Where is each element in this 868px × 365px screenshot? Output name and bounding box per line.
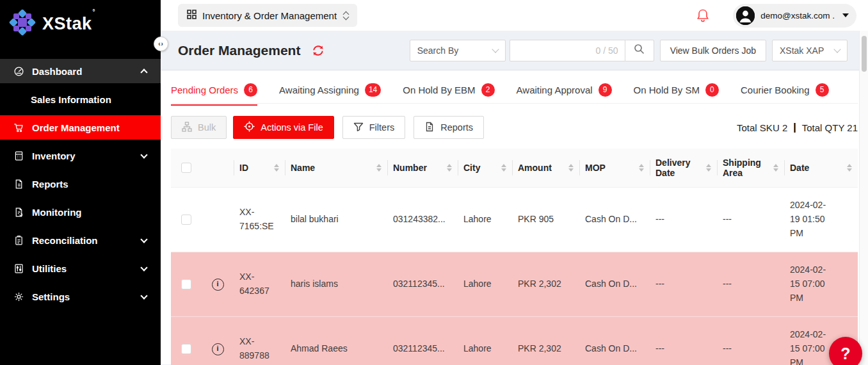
avatar [736, 6, 755, 25]
info-icon[interactable]: i [212, 279, 224, 291]
cell-id: XX-642367 [234, 252, 285, 316]
actions-via-file-button[interactable]: Actions via File [233, 116, 334, 139]
sort-icon[interactable] [635, 164, 644, 172]
column-label: MOP [585, 163, 606, 173]
view-bulk-orders-job-button[interactable]: View Bulk Orders Job [660, 40, 766, 61]
sidebar-item-label: Monitoring [32, 207, 81, 218]
sidebar-item-inventory[interactable]: Inventory [0, 143, 161, 168]
sort-icon[interactable] [565, 164, 574, 172]
tab-on-hold-by-ebm[interactable]: On Hold By EBM2 [403, 83, 494, 106]
tab-label: Pending Orders [171, 85, 238, 95]
column-header-amount[interactable]: Amount [512, 149, 579, 187]
column-header-delivery-date[interactable]: Delivery Date [650, 149, 717, 187]
sidebar-item-reports[interactable]: Reports [0, 172, 161, 196]
info-icon[interactable]: i [212, 343, 224, 355]
select-all-checkbox-cell [171, 149, 202, 187]
scrollbar-thumb[interactable] [862, 36, 867, 72]
column-header-shipping-area[interactable]: Shipping Area [717, 149, 784, 187]
sort-icon[interactable] [843, 164, 852, 172]
sidebar-item-reconciliation[interactable]: Reconciliation [0, 228, 161, 252]
filters-button[interactable]: Filters [342, 116, 405, 139]
sort-icon[interactable] [769, 164, 778, 172]
cell-id: XX-7165:SE [234, 188, 285, 252]
search-counter: 0 / 50 [596, 45, 618, 56]
search-by-select[interactable]: Search By [410, 40, 506, 61]
bulk-button[interactable]: Bulk [171, 116, 227, 139]
cell-date: 2024-02-15 07:00 PM [784, 252, 858, 316]
sidebar-item-monitoring[interactable]: Monitoring [0, 200, 161, 224]
column-header-name[interactable]: Name [285, 149, 387, 187]
cell-name: haris islams [285, 252, 387, 316]
table-body: XX-7165:SEbilal bukhari031243382...Lahor… [171, 188, 858, 365]
table-row: XX-7165:SEbilal bukhari031243382...Lahor… [171, 188, 858, 252]
xap-select[interactable]: XStak XAP [772, 40, 848, 61]
status-tabs: Pending Orders6Awaiting Assigning14On Ho… [171, 70, 858, 104]
row-checkbox[interactable] [181, 279, 191, 289]
utilities-icon [13, 263, 24, 274]
search-icon [634, 44, 645, 57]
filter-funnel-icon [353, 122, 364, 134]
sidebar-item-label: Order Management [32, 122, 120, 133]
sort-icon[interactable] [443, 164, 452, 172]
column-label: Name [291, 163, 315, 173]
up-down-chevron-icon [344, 12, 348, 19]
tab-pending-orders[interactable]: Pending Orders6 [171, 83, 257, 106]
column-header-date[interactable]: Date [784, 149, 858, 187]
cell-number: 032112345... [387, 317, 458, 365]
cell-delivery-date: --- [650, 317, 717, 365]
reconciliation-icon [13, 234, 24, 246]
cell-amount: PKR 2,302 [512, 317, 579, 365]
column-header-number[interactable]: Number [387, 149, 458, 187]
refresh-icon[interactable] [312, 44, 325, 57]
column-header-id[interactable]: ID [234, 149, 285, 187]
sidebar-item-label: Inventory [32, 150, 76, 161]
monitoring-icon [13, 206, 24, 218]
sidebar-item-label: Reconciliation [32, 235, 98, 246]
sort-icon[interactable] [373, 164, 382, 172]
sort-icon[interactable] [270, 164, 279, 172]
tab-awaiting-assigning[interactable]: Awaiting Assigning14 [279, 83, 381, 106]
search-button[interactable] [625, 40, 654, 61]
column-label: Shipping Area [723, 158, 769, 178]
sidebar-item-utilities[interactable]: Utilities [0, 256, 161, 280]
search-input-wrap: 0 / 50 [510, 40, 625, 61]
help-button[interactable]: ? [829, 337, 862, 365]
cell-city: Lahore [458, 188, 512, 252]
row-checkbox[interactable] [181, 215, 191, 225]
sidebar-collapse-toggle-icon[interactable]: ‹› [154, 36, 168, 51]
app-switcher-label: Inventory & Order Management [202, 10, 337, 21]
sidebar-item-label: Settings [32, 291, 70, 302]
sidebar-item-order-management[interactable]: Order Management [0, 115, 161, 140]
cell-shipping-area: --- [717, 317, 784, 365]
tab-count-badge: 9 [599, 83, 612, 97]
app-switcher[interactable]: Inventory & Order Management [178, 4, 357, 27]
sidebar-item-label: Dashboard [32, 66, 82, 77]
column-label: ID [239, 163, 248, 173]
sidebar-item-dashboard[interactable]: Dashboard [0, 59, 161, 83]
tab-courier-booking[interactable]: Courier Booking5 [741, 83, 829, 106]
page-header: Order Management Search By 0 / 50 Vi [161, 31, 868, 70]
tab-label: Awaiting Assigning [279, 85, 359, 95]
logo-text: XStak° [42, 14, 95, 34]
tab-awaiting-approval[interactable]: Awaiting Approval9 [517, 83, 612, 106]
user-menu[interactable]: demo@xstak.com . [733, 4, 856, 28]
table-header-row: IDNameNumberCityAmountMOPDelivery DateSh… [171, 149, 858, 188]
column-header-mop[interactable]: MOP [579, 149, 650, 187]
reports-button[interactable]: Reports [414, 116, 484, 139]
cell-delivery-date: --- [650, 252, 717, 316]
sidebar-item-sales-information[interactable]: Sales Information [0, 90, 161, 109]
sidebar-item-settings[interactable]: Settings [0, 284, 161, 309]
cell-city: Lahore [458, 252, 512, 316]
column-header-city[interactable]: City [458, 149, 512, 187]
column-label: Amount [518, 163, 552, 173]
vertical-scrollbar[interactable] [859, 31, 868, 365]
sort-icon[interactable] [497, 164, 506, 172]
row-checkbox[interactable] [181, 344, 191, 354]
search-input[interactable] [545, 45, 596, 56]
select-all-checkbox[interactable] [181, 163, 191, 173]
sort-icon[interactable] [702, 164, 711, 172]
sidebar-item-label: Reports [32, 179, 68, 190]
notification-bell-icon[interactable] [696, 8, 710, 23]
tab-count-badge: 2 [481, 83, 495, 97]
tab-on-hold-by-sm[interactable]: On Hold By SM0 [634, 83, 719, 106]
